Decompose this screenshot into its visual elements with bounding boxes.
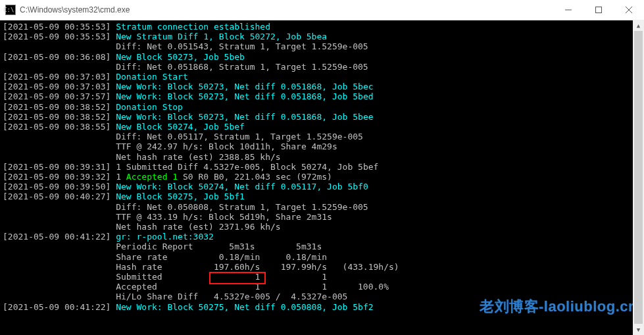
log-segment: New Block 50274, Job 5bef [111,122,245,132]
scroll-up-arrow-icon[interactable]: ▲ [633,20,644,31]
log-segment: Stratum connection established [111,22,270,32]
log-segment: Diff: Net 0.050808, Stratum 1, Target 1.… [3,202,368,212]
terminal-line: Diff: Net 0.051868, Stratum 1, Target 1.… [3,62,641,72]
terminal-line: [2021-05-09 00:38:55] New Block 50274, J… [3,122,641,132]
terminal-line: [2021-05-09 00:38:52] New Work: Block 50… [3,112,641,122]
terminal-line: [2021-05-09 00:41:22] gr: r-pool.net:303… [3,232,641,242]
log-segment: S0 R0 B0, 221.043 sec (972ms) [178,172,332,182]
terminal-line: Diff: Net 0.05117, Stratum 1, Target 1.5… [3,132,641,142]
timestamp: [2021-05-09 00:39:50] [3,182,111,192]
timestamp: [2021-05-09 00:37:57] [3,91,111,101]
timestamp: [2021-05-09 00:37:03] [3,82,111,91]
timestamp: [2021-05-09 00:37:03] [3,72,111,82]
scrollbar-thumb[interactable] [634,31,643,324]
terminal-line: Hash rate 197.60h/s 197.99h/s (433.19h/s… [3,262,641,272]
timestamp: [2021-05-09 00:36:08] [3,52,111,62]
terminal-line: [2021-05-09 00:35:53] New Stratum Diff 1… [3,32,641,41]
log-segment: Share rate 0.18/min 0.18/min [3,252,327,262]
terminal-line: [2021-05-09 00:38:52] Donation Stop [3,102,641,112]
log-segment: TTF @ 242.97 h/s: Block 10d11h, Share 4m… [3,142,337,151]
log-segment: New Block 50273, Job 5beb [111,52,245,62]
terminal-line: Hi/Lo Share Diff 4.5327e-005 / 4.5327e-0… [3,292,641,301]
log-segment: New Work: Block 50273, Net diff 0.051868… [111,82,373,91]
terminal-line: [2021-05-09 00:39:50] New Work: Block 50… [3,182,641,192]
cmd-window: C:\. C:\Windows\system32\cmd.exe [2021-0… [0,0,644,335]
cmd-icon: C:\. [5,5,16,15]
log-segment: gr: r-pool.net:3032 [111,232,214,242]
terminal-line: Submitted 1 1 [3,272,641,282]
close-button[interactable] [614,0,644,20]
terminal-line: [2021-05-09 00:37:03] Donation Start [3,72,641,82]
log-segment: 1 [111,172,126,182]
log-segment: Diff: Net 0.05117, Stratum 1, Target 1.5… [3,132,363,142]
window-title: C:\Windows\system32\cmd.exe [20,5,553,14]
terminal-line: Diff: Net 0.050808, Stratum 1, Target 1.… [3,202,641,212]
terminal-line: [2021-05-09 00:37:57] New Work: Block 50… [3,91,641,101]
log-segment: 1 Submitted Diff 4.5327e-005, Block 5027… [111,162,378,172]
log-segment: Net hash rate (est) 2388.85 kh/s [3,152,281,162]
timestamp: [2021-05-09 00:39:31] [3,162,111,172]
terminal-line: TTF @ 242.97 h/s: Block 10d11h, Share 4m… [3,142,641,151]
log-segment: Periodic Report 5m31s 5m31s [3,242,322,251]
vertical-scrollbar[interactable]: ▲ ▼ [633,20,644,335]
terminal-line: Net hash rate (est) 2371.96 kh/s [3,222,641,232]
log-segment: Accepted 1 [126,172,178,182]
log-segment: Donation Start [111,72,187,82]
terminal-line: [2021-05-09 00:37:03] New Work: Block 50… [3,82,641,91]
log-segment: Donation Stop [111,102,183,112]
log-segment: Hash rate 197.60h/s 197.99h/s (433.19h/s… [3,262,399,272]
terminal-line: Periodic Report 5m31s 5m31s [3,242,641,251]
minimize-button[interactable] [553,0,583,20]
timestamp: [2021-05-09 00:35:53] [3,32,111,41]
log-segment: New Block 50275, Job 5bf1 [111,192,245,201]
terminal-line: Diff: Net 0.051543, Stratum 1, Target 1.… [3,41,641,51]
log-segment: Submitted 1 1 [3,272,327,282]
log-segment: New Work: Block 50274, Net diff 0.05117,… [111,182,368,192]
log-segment: New Work: Block 50273, Net diff 0.051868… [111,91,373,101]
terminal-line: [2021-05-09 00:36:08] New Block 50273, J… [3,52,641,62]
svg-rect-1 [596,7,602,13]
log-segment: New Stratum Diff 1, Block 50272, Job 5be… [111,32,327,41]
terminal-line: [2021-05-09 00:40:27] New Block 50275, J… [3,192,641,201]
terminal-line: [2021-05-09 00:39:31] 1 Submitted Diff 4… [3,162,641,172]
timestamp: [2021-05-09 00:40:27] [3,192,111,201]
terminal-output[interactable]: [2021-05-09 00:35:53] Stratum connection… [0,20,644,335]
timestamp: [2021-05-09 00:38:52] [3,112,111,122]
log-segment: TTF @ 433.19 h/s: Block 5d19h, Share 2m3… [3,212,332,222]
terminal-line: Share rate 0.18/min 0.18/min [3,252,641,262]
terminal-line: [2021-05-09 00:41:22] New Work: Block 50… [3,302,641,312]
timestamp: [2021-05-09 00:35:53] [3,22,111,32]
scroll-down-arrow-icon[interactable]: ▼ [633,324,644,335]
log-segment: Diff: Net 0.051543, Stratum 1, Target 1.… [3,41,368,51]
log-segment: Net hash rate (est) 2371.96 kh/s [3,222,281,232]
timestamp: [2021-05-09 00:41:22] [3,302,111,312]
terminal-line: Net hash rate (est) 2388.85 kh/s [3,152,641,162]
log-segment: Accepted 1 1 100.0% [3,282,389,292]
log-segment: Diff: Net 0.051868, Stratum 1, Target 1.… [3,62,368,72]
timestamp: [2021-05-09 00:39:32] [3,172,111,182]
scrollbar-track[interactable] [633,31,644,324]
window-controls [553,0,644,20]
terminal-line: [2021-05-09 00:35:53] Stratum connection… [3,22,641,32]
log-segment: New Work: Block 50273, Net diff 0.051868… [111,112,373,122]
timestamp: [2021-05-09 00:38:55] [3,122,111,132]
titlebar[interactable]: C:\. C:\Windows\system32\cmd.exe [0,0,644,20]
timestamp: [2021-05-09 00:41:22] [3,232,111,242]
terminal-line: Accepted 1 1 100.0% [3,282,641,292]
maximize-button[interactable] [583,0,614,20]
timestamp: [2021-05-09 00:38:52] [3,102,111,112]
terminal-line: [2021-05-09 00:39:32] 1 Accepted 1 S0 R0… [3,172,641,182]
terminal-line: TTF @ 433.19 h/s: Block 5d19h, Share 2m3… [3,212,641,222]
log-segment: New Work: Block 50275, Net diff 0.050808… [111,302,373,312]
log-segment: Hi/Lo Share Diff 4.5327e-005 / 4.5327e-0… [3,292,347,301]
